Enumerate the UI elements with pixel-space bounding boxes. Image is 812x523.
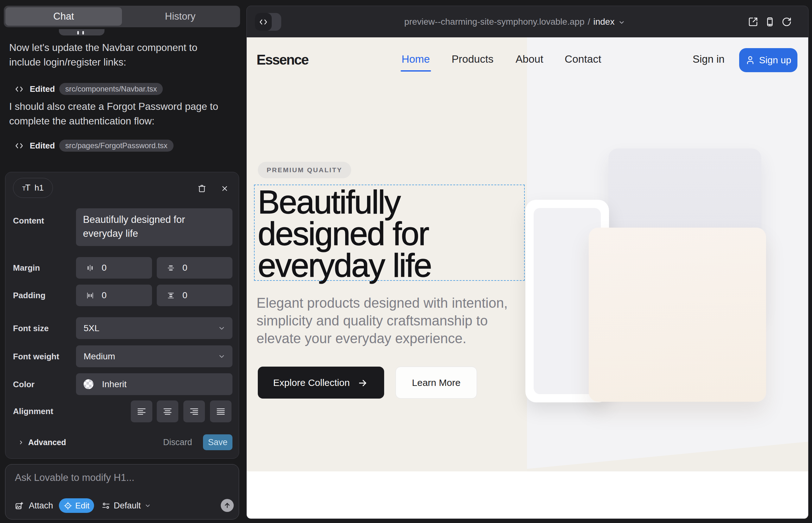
margin-x-icon [86, 264, 94, 272]
chevron-right-icon [18, 439, 24, 446]
align-center-button[interactable] [157, 400, 178, 422]
align-right-button[interactable] [183, 400, 205, 422]
content-input-line: Beautifully designed for [83, 213, 226, 227]
padding-x-value: 0 [102, 290, 107, 301]
color-swatch [84, 379, 93, 389]
edited-file-pill[interactable]: src/pages/ForgotPassword.tsx [59, 140, 174, 152]
margin-y-input[interactable]: 0 [157, 257, 232, 278]
type-icon: TT [22, 183, 30, 193]
nav-products[interactable]: Products [452, 53, 493, 65]
refresh-icon [782, 17, 792, 27]
preview-url-bar[interactable]: preview--charming-site-symphony.lovable.… [246, 6, 796, 37]
hero-cta-row: Explore Collection Learn More [258, 366, 477, 399]
padding-y-value: 0 [182, 290, 188, 301]
save-button[interactable]: Save [203, 434, 232, 450]
nav-home[interactable]: Home [402, 53, 430, 65]
message-line: include login/register links: [9, 55, 228, 70]
editor-footer-row: Advanced Discard Save [5, 434, 239, 450]
nav-about[interactable]: About [516, 53, 544, 65]
padding-y-input[interactable]: 0 [157, 285, 232, 306]
padding-y-icon [167, 292, 175, 300]
align-left-button[interactable] [131, 400, 152, 422]
assistant-message: I should also create a Forgot Password p… [9, 100, 228, 128]
content-input[interactable]: Beautifully designed for everyday life [76, 208, 232, 246]
align-justify-icon [216, 407, 226, 416]
code-icon [15, 142, 23, 150]
site-logo[interactable]: Essence [257, 53, 308, 67]
user-icon [745, 55, 755, 65]
send-button[interactable] [221, 499, 234, 512]
open-in-new-tab-button[interactable] [748, 17, 758, 27]
text-descender-mark [77, 31, 79, 35]
font-size-select[interactable]: 5XL [76, 317, 232, 339]
margin-y-icon [167, 264, 175, 272]
hero-paragraph: Elegant products designed with intention… [257, 294, 508, 347]
nav-contact[interactable]: Contact [565, 53, 601, 65]
padding-x-icon [86, 292, 94, 300]
tab-history-label: History [165, 11, 195, 22]
learn-more-label: Learn More [412, 377, 460, 388]
sliders-icon [102, 502, 110, 510]
attach-label: Attach [29, 501, 53, 511]
font-weight-select[interactable]: Medium [76, 345, 232, 367]
hero-paragraph-line: Elegant products designed with intention… [257, 294, 508, 312]
edited-label: Edited [30, 141, 55, 151]
padding-x-input[interactable]: 0 [76, 285, 152, 306]
close-icon [221, 184, 229, 193]
learn-more-button[interactable]: Learn More [395, 366, 477, 399]
chevron-down-icon [144, 502, 151, 509]
external-link-icon [748, 17, 758, 27]
code-icon [15, 85, 23, 93]
chevron-down-icon [218, 353, 226, 360]
url-host: preview--charming-site-symphony.lovable.… [404, 17, 585, 27]
content-field-label: Content [13, 216, 44, 226]
discard-button[interactable]: Discard [163, 437, 192, 447]
hero-paragraph-line: elevate your everyday experience. [257, 329, 508, 347]
image-plus-icon [15, 502, 23, 510]
element-tag-label: h1 [35, 183, 44, 193]
close-editor-button[interactable] [217, 181, 231, 195]
element-editor-panel: TT h1 Content Beautifully designed for e… [5, 172, 239, 459]
margin-field-label: Margin [13, 263, 40, 273]
font-weight-value: Medium [84, 351, 115, 362]
color-select[interactable]: Inherit [76, 373, 232, 395]
hero-heading-line: everyday life [258, 250, 431, 281]
attach-button[interactable]: Attach [15, 498, 53, 513]
align-justify-button[interactable] [210, 400, 231, 422]
font-size-value: 5XL [84, 323, 100, 333]
hero-heading-line: designed for [258, 218, 431, 250]
assistant-message: Now let's update the Navbar component to… [9, 40, 228, 69]
explore-collection-button[interactable]: Explore Collection [258, 366, 384, 399]
margin-x-input[interactable]: 0 [76, 257, 152, 278]
chat-sidebar: Chat History Now let's update the Navbar… [0, 0, 244, 523]
signup-label: Sign up [759, 55, 791, 66]
chat-composer: Ask Lovable to modify H1... Attach Edit … [5, 464, 239, 520]
h1-selection-outline[interactable]: Beautifully designed for everyday life [254, 184, 525, 281]
margin-y-value: 0 [182, 263, 188, 273]
hero-heading[interactable]: Beautifully designed for everyday life [258, 186, 431, 281]
site-preview: Essence Home Products About Contact Sign… [247, 37, 808, 519]
arrow-up-icon [224, 502, 231, 509]
signup-button[interactable]: Sign up [739, 48, 797, 72]
tab-history[interactable]: History [122, 7, 239, 26]
message-line: Now let's update the Navbar component to [9, 40, 228, 55]
selected-element-tag-pill: TT h1 [13, 178, 53, 198]
signin-link[interactable]: Sign in [693, 53, 725, 65]
tab-chat[interactable]: Chat [5, 7, 122, 26]
refresh-button[interactable] [782, 17, 792, 27]
alignment-field-label: Alignment [13, 407, 53, 416]
font-size-field-label: Font size [13, 324, 49, 333]
edited-file-pill[interactable]: src/components/Navbar.tsx [59, 83, 163, 95]
delete-element-button[interactable] [195, 181, 209, 195]
composer-toolbar: Attach Edit Default [5, 498, 239, 513]
mode-select[interactable]: Default [102, 498, 151, 513]
padding-field-label: Padding [13, 291, 46, 301]
advanced-toggle[interactable]: Advanced [28, 438, 66, 447]
url-separator: / [588, 17, 590, 27]
color-value: Inherit [102, 379, 127, 390]
mobile-view-button[interactable] [765, 17, 775, 27]
composer-input[interactable]: Ask Lovable to modify H1... [15, 472, 134, 483]
edit-mode-button[interactable]: Edit [59, 498, 94, 513]
preview-topbar: preview--charming-site-symphony.lovable.… [247, 6, 808, 37]
hero-paragraph-line: simplicity and quality craftsmanship to [257, 312, 508, 329]
